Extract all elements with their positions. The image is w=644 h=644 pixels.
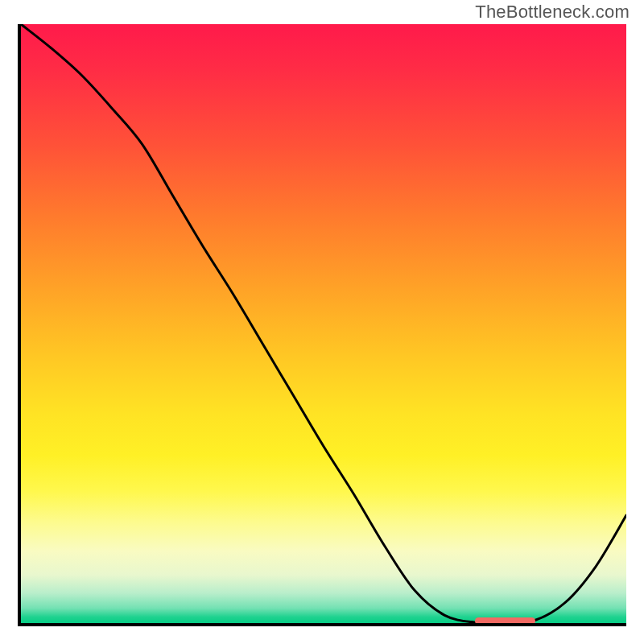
plot-frame <box>18 24 626 626</box>
bottleneck-curve <box>21 24 626 623</box>
curve-layer <box>21 24 626 623</box>
chart-container: TheBottleneck.com <box>0 0 644 644</box>
attribution-text: TheBottleneck.com <box>475 2 630 23</box>
x-axis <box>18 623 626 626</box>
plot-area <box>21 24 626 623</box>
